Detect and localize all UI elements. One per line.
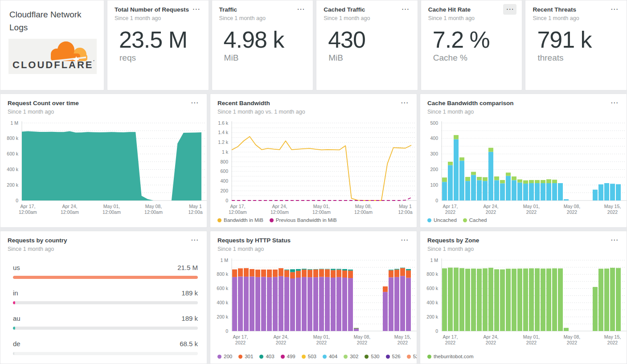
- panel-menu-button[interactable]: ⋯: [188, 235, 201, 245]
- legend-item[interactable]: 200: [217, 354, 232, 359]
- brand-panel: Cloudflare Network Logs CLOUDFLARE': [0, 0, 104, 90]
- legend-item[interactable]: 499: [281, 354, 295, 359]
- bar-segment: [477, 269, 482, 331]
- legend-item[interactable]: 503: [302, 354, 316, 359]
- stat-row: Cloudflare Network Logs CLOUDFLARE' Tota…: [0, 0, 627, 90]
- legend-dot-icon: [386, 355, 390, 359]
- country-value: 21.5 M: [177, 264, 198, 271]
- line-series: [232, 197, 411, 200]
- legend-item[interactable]: Uncached: [427, 217, 457, 223]
- bar-segment: [541, 269, 545, 331]
- bar-segment: [238, 268, 243, 276]
- legend-item[interactable]: theburritobot.com: [427, 354, 474, 359]
- panel-menu-button[interactable]: ⋯: [503, 4, 516, 15]
- panel-menu-button[interactable]: ⋯: [398, 98, 411, 108]
- http_status-svg: 0200 k400 k600 k800 k1 MApr 17,2022Apr 2…: [210, 254, 417, 354]
- bar-segment: [558, 183, 563, 200]
- panel-menu-button[interactable]: ⋯: [608, 4, 621, 15]
- bar-segment: [465, 269, 470, 331]
- legend-item-label: Previous Bandwidth in MiB: [276, 217, 337, 223]
- legend-dot-icon: [217, 218, 221, 222]
- panel-menu-button[interactable]: ⋯: [608, 235, 621, 245]
- legend-dot-icon: [302, 355, 306, 359]
- legend-item[interactable]: 302: [344, 354, 358, 359]
- panel-subtitle: Since 1 month ago: [428, 15, 515, 21]
- bar-segment: [610, 268, 615, 331]
- legend-item[interactable]: Previous Bandwidth in MiB: [270, 217, 337, 223]
- bar-segment: [488, 152, 493, 200]
- svg-text:0: 0: [225, 197, 228, 203]
- bar-segment: [546, 179, 551, 183]
- bar-segment: [465, 177, 470, 181]
- panel-menu-button[interactable]: ⋯: [399, 4, 412, 15]
- stat-unit: reqs: [119, 53, 209, 63]
- legend-dot-icon: [365, 355, 369, 359]
- svg-text:800 k: 800 k: [7, 135, 18, 141]
- bar-segment: [348, 270, 353, 278]
- panel-menu-button[interactable]: ⋯: [608, 98, 621, 108]
- bar-segment: [313, 270, 318, 277]
- svg-text:800 k: 800 k: [426, 271, 438, 277]
- bar-segment: [232, 270, 237, 277]
- country-bar-track: [13, 352, 198, 355]
- legend-item[interactable]: 524: [407, 354, 417, 359]
- legend-item[interactable]: Bandwidth in MiB: [217, 217, 263, 223]
- bar-segment: [593, 287, 598, 331]
- stat-value: 791 k: [537, 28, 627, 52]
- svg-text:May 112:00a: May 112:00a: [398, 204, 413, 215]
- legend-dot-icon: [427, 218, 431, 222]
- svg-text:600 k: 600 k: [426, 286, 438, 291]
- country-label: in: [13, 289, 18, 297]
- bar-segment: [598, 269, 603, 331]
- svg-text:May 08,2022: May 08,2022: [564, 334, 580, 345]
- panel-header: Requests by HTTP Status Since 1 month ag…: [210, 231, 417, 252]
- bar-segment: [348, 278, 353, 331]
- legend-item[interactable]: 301: [238, 354, 253, 359]
- bar-segment: [313, 269, 318, 270]
- bar-segment: [406, 278, 411, 331]
- bar-segment: [331, 278, 336, 331]
- legend-item[interactable]: 403: [259, 354, 274, 359]
- panel-subtitle: Since 1 month ago: [115, 15, 201, 21]
- bar-segment: [250, 269, 254, 277]
- panel-subtitle: Since 1 month ago vs. 1 month ago: [217, 109, 410, 115]
- bar-segment: [454, 135, 459, 139]
- panel-menu-button[interactable]: ⋯: [398, 235, 411, 245]
- bar-segment: [454, 139, 459, 200]
- bar-segment: [389, 270, 393, 277]
- stat-value: 23.5 M: [119, 28, 209, 52]
- svg-text:May 01,2022: May 01,2022: [523, 334, 540, 345]
- country-bar-fill: [13, 352, 14, 355]
- legend-dot-icon: [407, 355, 411, 359]
- svg-text:200 k: 200 k: [7, 182, 18, 188]
- country-value: 189 k: [181, 289, 198, 297]
- bar-segment: [267, 277, 272, 331]
- legend-item[interactable]: 526: [386, 354, 401, 359]
- svg-text:400 k: 400 k: [217, 300, 228, 305]
- bar-segment: [552, 180, 557, 183]
- panel-title: Recent Bandwidth: [217, 100, 410, 107]
- panel-requests-by-zone: Requests by Zone Since 1 month ago ⋯ 020…: [420, 231, 627, 364]
- legend-item-label: 200: [224, 354, 232, 359]
- bar-segment: [394, 270, 399, 277]
- legend-item[interactable]: Cached: [463, 217, 487, 223]
- bar-segment: [284, 270, 289, 270]
- area-series: [22, 131, 201, 200]
- legend-item[interactable]: 404: [323, 354, 337, 359]
- bar-segment: [448, 162, 453, 165]
- bar-segment: [325, 269, 330, 269]
- legend-item-label: theburritobot.com: [434, 354, 474, 359]
- bar-segment: [483, 181, 488, 200]
- bar-segment: [267, 270, 272, 277]
- panel-menu-button[interactable]: ⋯: [188, 98, 201, 108]
- svg-text:400 k: 400 k: [426, 300, 438, 305]
- bar-segment: [319, 269, 324, 269]
- legend-item[interactable]: 530: [365, 354, 379, 359]
- bar-segment: [459, 160, 464, 200]
- bar-segment: [552, 268, 557, 331]
- svg-text:Apr 24,2022: Apr 24,2022: [484, 334, 499, 345]
- legend-item-label: Uncached: [434, 217, 457, 223]
- stat-value: 7.2 %: [433, 28, 522, 52]
- panel-menu-button[interactable]: ⋯: [190, 4, 203, 15]
- panel-menu-button[interactable]: ⋯: [294, 4, 307, 15]
